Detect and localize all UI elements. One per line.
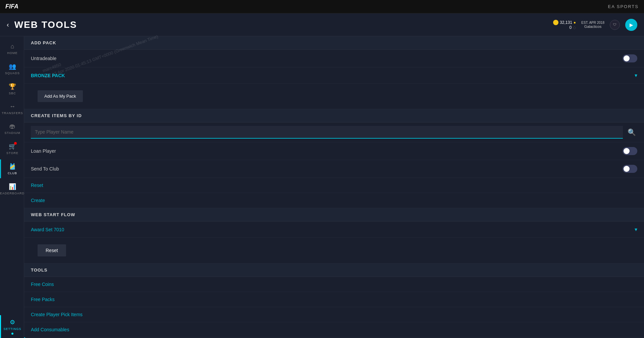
settings-active-dot bbox=[11, 333, 13, 335]
ea-sports-logo: EA SPORTS bbox=[608, 4, 639, 9]
back-button[interactable]: ‹ bbox=[7, 21, 9, 29]
bronze-pack-row[interactable]: BRONZE PACK ▾ bbox=[24, 67, 644, 84]
page-title: WEB TOOLS bbox=[14, 19, 77, 30]
add-pack-header: ADD PACK bbox=[24, 36, 644, 50]
sidebar-item-sbc[interactable]: 🏆 SBC bbox=[0, 80, 24, 98]
club-icon: 🎽 bbox=[9, 163, 16, 170]
untradeable-row: Untradeable bbox=[24, 50, 644, 67]
create-items-header: CREATE ITEMS BY ID bbox=[24, 109, 644, 123]
user-avatar: EST. APR 2018 Galacticos bbox=[581, 21, 604, 29]
sidebar-label-squads: SQUADS bbox=[5, 71, 20, 75]
bronze-pack-label: BRONZE PACK bbox=[31, 73, 65, 78]
tool-free-packs[interactable]: Free Packs bbox=[24, 292, 644, 307]
user-circle[interactable]: ▶ bbox=[625, 19, 637, 31]
loan-player-label: Loan Player bbox=[31, 148, 56, 154]
sidebar-item-store[interactable]: 🛒 STORE bbox=[0, 139, 24, 158]
est-label: EST. APR 2018 bbox=[581, 21, 604, 25]
tools-header: TOOLS bbox=[24, 263, 644, 277]
sidebar-item-squads[interactable]: 👥 SQUADS bbox=[0, 59, 24, 78]
tool-add-consumables[interactable]: Add Consumables bbox=[24, 322, 644, 337]
fifa-logo: FIFA bbox=[5, 3, 18, 10]
web-start-flow-reset-button[interactable]: Reset bbox=[38, 244, 66, 256]
add-as-my-pack-button[interactable]: Add As My Pack bbox=[38, 90, 83, 102]
transfers-icon: ↔ bbox=[9, 103, 15, 110]
send-to-club-toggle[interactable] bbox=[623, 165, 637, 173]
send-to-club-row: Send To Club bbox=[24, 160, 644, 178]
shield-icon: 🛡 bbox=[610, 20, 620, 30]
create-link[interactable]: Create bbox=[24, 193, 644, 208]
sidebar-item-settings[interactable]: ⚙ SETTINGS bbox=[0, 315, 24, 338]
sidebar-label-stadium: STADIUM bbox=[5, 131, 20, 135]
coins-secondary: 0 bbox=[569, 25, 572, 30]
award-set-label: Award Set 7010 bbox=[31, 227, 64, 232]
home-icon: ⌂ bbox=[11, 43, 14, 50]
settings-icon: ⚙ bbox=[10, 319, 15, 326]
sidebar-label-club: CLUB bbox=[8, 172, 17, 175]
store-icon: 🛒 bbox=[9, 143, 16, 150]
sidebar-item-transfers[interactable]: ↔ TRANSFERS bbox=[0, 100, 24, 118]
untradeable-label: Untradeable bbox=[31, 56, 56, 61]
award-chevron-down-icon: ▾ bbox=[635, 226, 637, 233]
send-to-club-label: Send To Club bbox=[31, 166, 59, 172]
sidebar-item-club[interactable]: 🎽 CLUB bbox=[0, 159, 24, 178]
loan-player-toggle[interactable] bbox=[623, 147, 637, 155]
leaderboards-icon: 📊 bbox=[9, 183, 16, 190]
add-as-my-pack-row: Add As My Pack bbox=[24, 84, 644, 109]
award-set-row[interactable]: Award Set 7010 ▾ bbox=[24, 222, 644, 238]
sidebar-label-leaderboards: LEADERBOARDS bbox=[0, 192, 27, 195]
sidebar-label-transfers: TRANSFERS bbox=[2, 111, 23, 115]
sidebar-label-settings: SETTINGS bbox=[3, 327, 21, 331]
chevron-down-icon: ▾ bbox=[635, 72, 637, 79]
coins-value: 32,131 bbox=[560, 20, 572, 25]
coins-area: 32,131 ● 0 ◇ bbox=[553, 20, 576, 30]
main-content: ADD PACK Untradeable BRONZE PACK ▾ Add A… bbox=[24, 36, 644, 338]
stadium-icon: 🏟 bbox=[9, 123, 15, 130]
web-start-flow-header: WEB START FLOW bbox=[24, 208, 644, 222]
tool-free-coins[interactable]: Free Coins bbox=[24, 277, 644, 292]
sidebar-label-home: HOME bbox=[7, 51, 18, 55]
coins-icon2: ● bbox=[574, 20, 576, 25]
sidebar-item-home[interactable]: ⌂ HOME bbox=[0, 40, 24, 58]
reset-create-link[interactable]: Reset bbox=[24, 178, 644, 193]
club-name: Galacticos bbox=[584, 25, 601, 29]
coins-secondary-row: 0 ◇ bbox=[569, 25, 576, 30]
app-body: ⌂ HOME 👥 SQUADS 🏆 SBC ↔ TRANSFERS 🏟 STAD… bbox=[0, 36, 644, 338]
sidebar-label-store: STORE bbox=[6, 151, 18, 155]
header-right: 32,131 ● 0 ◇ EST. APR 2018 Galacticos 🛡 … bbox=[553, 19, 637, 31]
player-name-input[interactable] bbox=[31, 126, 623, 139]
search-button[interactable]: 🔍 bbox=[626, 127, 637, 138]
sbc-icon: 🏆 bbox=[9, 83, 16, 90]
sidebar-item-stadium[interactable]: 🏟 STADIUM bbox=[0, 119, 24, 138]
coin-icon bbox=[553, 20, 558, 25]
top-bar-left: FIFA bbox=[5, 3, 18, 10]
header: ‹ WEB TOOLS 32,131 ● 0 ◇ EST. APR 2018 G… bbox=[0, 13, 644, 36]
sidebar-label-sbc: SBC bbox=[9, 92, 16, 95]
untradeable-toggle[interactable] bbox=[623, 54, 637, 62]
top-bar: FIFA EA SPORTS bbox=[0, 0, 644, 13]
loan-player-row: Loan Player bbox=[24, 142, 644, 160]
top-bar-right: EA SPORTS bbox=[608, 4, 639, 9]
squads-icon: 👥 bbox=[9, 63, 16, 70]
sidebar-item-leaderboards[interactable]: 📊 LEADERBOARDS bbox=[0, 180, 24, 198]
tool-create-player-pick[interactable]: Create Player Pick Items bbox=[24, 307, 644, 322]
coins-row: 32,131 ● bbox=[553, 20, 576, 25]
player-name-input-row: 🔍 bbox=[24, 123, 644, 142]
web-start-flow-reset-row: Reset bbox=[24, 238, 644, 263]
sidebar: ⌂ HOME 👥 SQUADS 🏆 SBC ↔ TRANSFERS 🏟 STAD… bbox=[0, 36, 24, 338]
